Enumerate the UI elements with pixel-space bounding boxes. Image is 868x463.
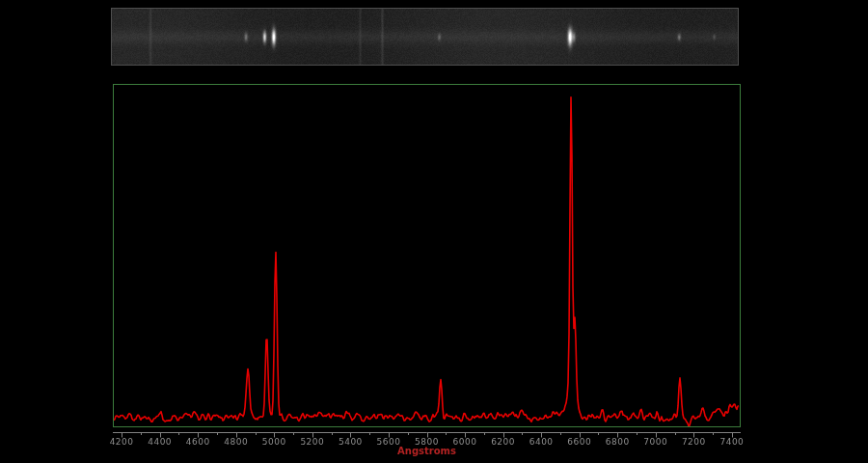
x-axis-label: Angstroms <box>113 446 741 456</box>
spectroscopy-app-window: 4200440046004800500052005400560058006000… <box>0 0 868 463</box>
spectrum-2d-strip <box>111 8 739 66</box>
spectrum-1d-plot-area <box>113 84 741 427</box>
spectrum-2d-strip-image <box>111 8 739 66</box>
spectrum-trace-canvas <box>114 85 740 426</box>
